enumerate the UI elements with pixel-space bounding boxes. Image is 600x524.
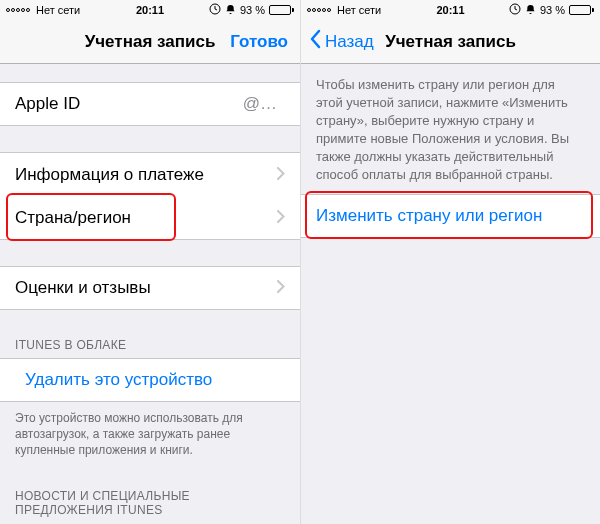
screen-country-region: Нет сети 20:11 93 % Наз	[300, 0, 600, 524]
row-change-country[interactable]: Изменить страну или регион	[301, 194, 600, 238]
row-label: Apple ID	[15, 94, 80, 114]
chevron-right-icon	[277, 165, 285, 185]
battery-pct: 93 %	[540, 4, 565, 16]
done-button[interactable]: Готово	[230, 20, 288, 63]
content-country: Чтобы изменить страну или регион для это…	[301, 64, 600, 524]
content-main: Apple ID @… Информация о платеже Страна/…	[0, 64, 300, 524]
rotation-lock-icon	[509, 3, 521, 17]
rotation-lock-icon	[209, 3, 221, 17]
back-button[interactable]: Назад	[309, 20, 374, 63]
info-text: Чтобы изменить страну или регион для это…	[301, 64, 600, 194]
page-title: Учетная запись	[385, 32, 516, 52]
status-bar: Нет сети 20:11 93 %	[0, 0, 300, 20]
section-footer-device: Это устройство можно использовать для ав…	[0, 402, 300, 463]
row-label: Информация о платеже	[15, 165, 204, 185]
alarm-icon	[225, 4, 236, 17]
signal-icon	[6, 8, 30, 12]
row-country-region[interactable]: Страна/регион	[0, 196, 300, 240]
navbar: Назад Учетная запись	[301, 20, 600, 64]
carrier-label: Нет сети	[36, 4, 80, 16]
navbar: Учетная запись Готово	[0, 20, 300, 64]
alarm-icon	[525, 4, 536, 17]
section-header-cloud: iTUNES В ОБЛАКЕ	[0, 332, 300, 358]
chevron-right-icon	[277, 208, 285, 228]
section-header-news: НОВОСТИ И СПЕЦИАЛЬНЫЕ ПРЕДЛОЖЕНИЯ iTUNES	[0, 483, 300, 523]
signal-icon	[307, 8, 331, 12]
row-payment-info[interactable]: Информация о платеже	[0, 152, 300, 196]
battery-pct: 93 %	[240, 4, 265, 16]
row-apple-id[interactable]: Apple ID @…	[0, 82, 300, 126]
battery-icon	[269, 5, 294, 15]
back-label: Назад	[325, 32, 374, 52]
row-remove-device[interactable]: Удалить это устройство	[0, 358, 300, 402]
row-label: Оценки и отзывы	[15, 278, 151, 298]
chevron-right-icon	[277, 278, 285, 298]
row-label: Страна/регион	[15, 208, 131, 228]
status-bar: Нет сети 20:11 93 %	[301, 0, 600, 20]
row-label: Удалить это устройство	[25, 370, 212, 390]
chevron-left-icon	[309, 29, 321, 54]
row-value: @…	[243, 94, 277, 114]
battery-icon	[569, 5, 594, 15]
row-reviews[interactable]: Оценки и отзывы	[0, 266, 300, 310]
screen-account-main: Нет сети 20:11 93 % Учетная запись Готов…	[0, 0, 300, 524]
page-title: Учетная запись	[85, 32, 216, 52]
carrier-label: Нет сети	[337, 4, 381, 16]
row-label: Изменить страну или регион	[316, 206, 542, 226]
